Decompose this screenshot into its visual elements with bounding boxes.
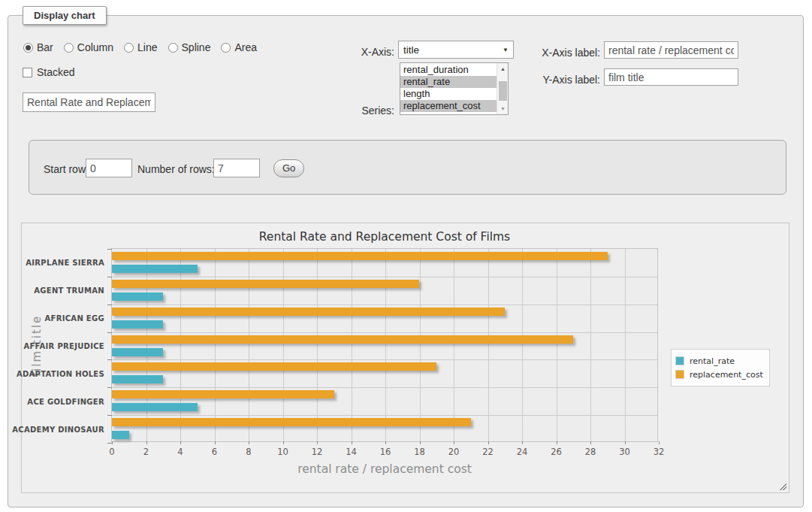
chart-title: Rental Rate and Replacement Cost of Film… bbox=[111, 230, 658, 244]
bar-replacement_cost bbox=[112, 390, 334, 398]
num-rows-label: Number of rows: bbox=[137, 163, 215, 175]
bar-replacement_cost bbox=[112, 308, 505, 316]
series-option[interactable]: replacement_cost bbox=[400, 100, 497, 112]
category-label: AGENT TRUMAN bbox=[34, 286, 104, 295]
x-tick-label: 8 bbox=[237, 447, 260, 457]
x-axis-label-input[interactable] bbox=[604, 41, 738, 59]
scrollbar[interactable]: ▲ ▼ bbox=[497, 63, 508, 114]
chart-type-label: Column bbox=[77, 41, 113, 53]
scroll-down-icon[interactable]: ▼ bbox=[497, 103, 509, 114]
x-tick-label: 6 bbox=[204, 447, 226, 457]
chevron-down-icon: ▼ bbox=[503, 47, 509, 53]
chart-type-label: Line bbox=[137, 41, 157, 53]
series-option[interactable]: rental_duration bbox=[400, 64, 497, 76]
bar-rental_rate bbox=[112, 265, 198, 273]
num-rows-input[interactable] bbox=[213, 159, 260, 177]
scrollbar-thumb[interactable] bbox=[499, 81, 507, 101]
radio-icon bbox=[168, 43, 178, 53]
x-axis-select-label: X-Axis: bbox=[349, 46, 394, 58]
resize-handle-icon[interactable] bbox=[778, 482, 786, 490]
radio-icon bbox=[124, 43, 134, 53]
chart-type-option[interactable]: Spline bbox=[168, 41, 211, 53]
category-label: AFFAIR PREJUDICE bbox=[23, 342, 104, 350]
chart-type-option[interactable]: Bar bbox=[23, 41, 53, 53]
go-button[interactable]: Go bbox=[273, 159, 304, 177]
bar-replacement_cost bbox=[112, 335, 573, 344]
bar-rental_rate bbox=[112, 431, 129, 439]
bar-rental_rate bbox=[112, 320, 163, 329]
chart-type-option[interactable]: Area bbox=[221, 41, 257, 53]
legend-item: rental_rate bbox=[675, 355, 763, 367]
x-tick-label: 0 bbox=[101, 447, 123, 457]
legend-item: replacement_cost bbox=[675, 368, 763, 380]
x-axis-title: rental rate / replacement cost bbox=[111, 462, 658, 476]
x-tick-label: 12 bbox=[306, 447, 328, 457]
chart-type-label: Spline bbox=[182, 41, 211, 53]
stacked-label: Stacked bbox=[37, 66, 75, 78]
bar-replacement_cost bbox=[112, 418, 471, 426]
chart-type-group: Bar Column Line Spline Area bbox=[23, 41, 257, 53]
chart-title-input[interactable] bbox=[23, 92, 155, 112]
y-axis-field-label: Y-Axis label: bbox=[525, 74, 600, 86]
panel-title: Display chart bbox=[23, 6, 107, 25]
x-axis-selected-value: title bbox=[403, 44, 503, 56]
series-select-label: Series: bbox=[349, 105, 394, 117]
category-label: AIRPLANE SIERRA bbox=[26, 259, 104, 267]
x-tick-label: 2 bbox=[135, 447, 158, 457]
radio-icon bbox=[221, 43, 231, 53]
x-tick-label: 32 bbox=[647, 447, 670, 457]
legend-label: rental_rate bbox=[690, 356, 735, 366]
radio-icon bbox=[64, 43, 74, 53]
x-tick-label: 24 bbox=[511, 447, 533, 457]
series-multiselect[interactable]: rental_duration rental_rate length repla… bbox=[400, 62, 509, 115]
x-tick-label: 30 bbox=[614, 447, 636, 457]
x-tick-label: 10 bbox=[272, 447, 294, 457]
series-option[interactable]: rental_rate bbox=[400, 76, 497, 88]
series-options: rental_duration rental_rate length repla… bbox=[400, 64, 497, 112]
y-axis-label-input[interactable] bbox=[604, 68, 738, 86]
x-tick-label: 20 bbox=[442, 447, 465, 457]
category-label: ACE GOLDFINGER bbox=[27, 397, 104, 405]
start-row-label: Start row: bbox=[44, 163, 89, 175]
bar-rental_rate bbox=[112, 348, 163, 356]
chart-legend: rental_rate replacement_cost bbox=[671, 349, 770, 386]
x-tick-label: 22 bbox=[477, 447, 500, 457]
rows-panel: Start row: Number of rows: Go bbox=[29, 140, 786, 195]
x-tick-label: 16 bbox=[374, 447, 397, 457]
x-tick-label: 28 bbox=[579, 447, 602, 457]
category-label: AFRICAN EGG bbox=[45, 314, 104, 323]
radio-icon bbox=[23, 43, 33, 53]
bar-replacement_cost bbox=[112, 280, 419, 288]
x-axis-field-label: X-Axis label: bbox=[525, 47, 600, 59]
x-tick-label: 14 bbox=[340, 447, 363, 457]
bar-rental_rate bbox=[112, 403, 198, 411]
stacked-checkbox[interactable] bbox=[23, 68, 32, 77]
bar-replacement_cost bbox=[112, 252, 608, 260]
chart-type-option[interactable]: Column bbox=[64, 41, 113, 53]
chart-type-option[interactable]: Line bbox=[124, 41, 157, 53]
bar-replacement_cost bbox=[112, 362, 436, 371]
x-tick-label: 18 bbox=[409, 447, 431, 457]
stacked-row: Stacked bbox=[23, 66, 75, 78]
category-label: ADAPTATION HOLES bbox=[17, 369, 104, 377]
category-label: ACADEMY DINOSAUR bbox=[12, 425, 104, 433]
x-tick-label: 26 bbox=[545, 447, 568, 457]
plot-area: 02468101214161820222426283032AIRPLANE SI… bbox=[111, 248, 658, 442]
legend-swatch-rental-rate bbox=[675, 356, 684, 365]
start-row-input[interactable] bbox=[86, 159, 132, 177]
bar-rental_rate bbox=[112, 375, 163, 383]
x-tick-label: 4 bbox=[169, 447, 192, 457]
display-chart-panel: Display chart Bar Column Line Spline Are… bbox=[8, 15, 804, 507]
chart-type-label: Area bbox=[234, 41, 257, 53]
chart-type-label: Bar bbox=[37, 41, 53, 53]
bar-rental_rate bbox=[112, 292, 163, 301]
series-option[interactable]: length bbox=[400, 88, 497, 100]
scroll-up-icon[interactable]: ▲ bbox=[497, 63, 509, 74]
legend-label: replacement_cost bbox=[690, 370, 763, 380]
chart-container: Rental Rate and Replacement Cost of Film… bbox=[21, 223, 789, 493]
x-axis-select[interactable]: title ▼ bbox=[398, 41, 514, 59]
legend-swatch-replacement-cost bbox=[675, 370, 684, 379]
